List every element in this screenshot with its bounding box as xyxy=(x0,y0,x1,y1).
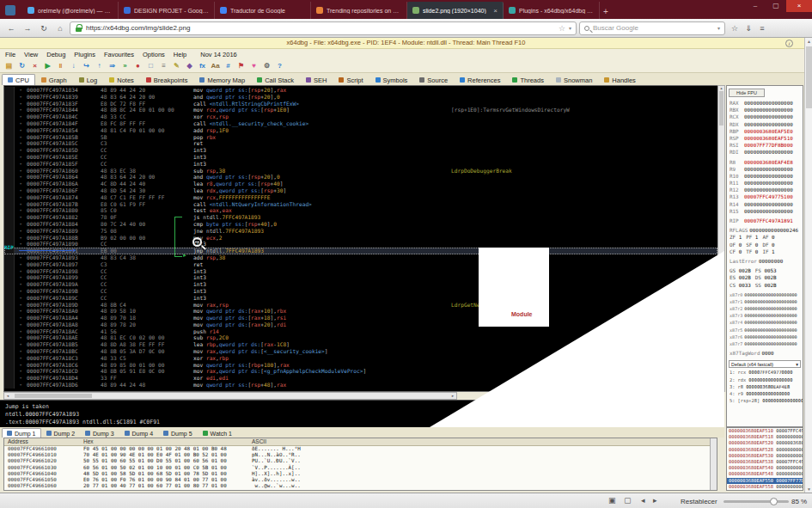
browser-tab[interactable]: Trending repositories on Gi... xyxy=(311,2,407,19)
breakpoint-gutter[interactable] xyxy=(4,154,15,161)
breakpoint-gutter[interactable] xyxy=(4,207,15,214)
disasm-row[interactable]: •00007FFC497A187448 C7 C1 FE FF FF FFmov… xyxy=(4,194,717,201)
search-dropdown-icon[interactable]: ▾ xyxy=(717,25,720,31)
breakpoint-gutter[interactable] xyxy=(4,315,15,321)
breakpoint-gutter[interactable] xyxy=(4,281,15,288)
disasm-row[interactable]: •00007FFC497A186A4C 8D 44 24 40lea r8,qw… xyxy=(4,181,717,187)
breakpoint-gutter[interactable] xyxy=(4,214,15,221)
register-row[interactable]: RSP0000003680EAF510 xyxy=(727,135,803,142)
scroll-left-icon[interactable]: ◄ xyxy=(6,394,9,398)
stack-row[interactable]: 0000003680EAF548 0000000000000000 xyxy=(727,471,803,477)
image-mode-icon[interactable]: ▣ xyxy=(608,497,616,505)
menu-icon[interactable]: ≡ xyxy=(755,24,769,33)
register-row[interactable]: R120000000000000000 xyxy=(727,187,803,193)
zoom-slider[interactable] xyxy=(723,500,789,503)
register-row[interactable]: CS 0033SS 002B xyxy=(727,282,803,289)
restart-icon[interactable]: ↻ xyxy=(16,60,27,71)
dump-row[interactable]: 00007FFC49661000F0 45 01 00 00 00 00 00 … xyxy=(4,446,717,452)
register-row[interactable]: CF 0TF 0IF 1 xyxy=(727,248,803,255)
dump-row[interactable]: 00007FFC4966106020 77 01 00 40 77 01 00 … xyxy=(4,483,717,489)
dump-row[interactable]: 00007FFC4966102050 55 01 00 60 55 01 00 … xyxy=(4,458,717,464)
register-row[interactable]: x87r500000000000000000000 xyxy=(727,327,803,334)
register-row[interactable]: x87r400000000000000000000 xyxy=(727,319,803,326)
disasm-row[interactable]: •00007FFC497A184448 8B 8C 24 E0 01 00 00… xyxy=(4,107,717,113)
animate-icon[interactable]: » xyxy=(119,60,131,71)
breakpoint-gutter[interactable] xyxy=(4,375,15,382)
breakpoint-gutter[interactable] xyxy=(4,147,15,154)
breakpoint-gutter[interactable] xyxy=(4,334,15,341)
breakpoint-gutter[interactable] xyxy=(4,382,15,389)
register-row[interactable]: RAX0000000000000000 xyxy=(727,100,803,107)
register-row[interactable]: RBX0000000000000000 xyxy=(727,107,803,113)
disasm-row[interactable]: •00007FFC497A188278 0Fjs ntdll.7FFC497A1… xyxy=(4,214,717,221)
breakpoint-gutter[interactable] xyxy=(4,181,15,187)
breakpoint-gutter[interactable] xyxy=(4,120,15,127)
open-file-icon[interactable]: ▤ xyxy=(3,60,15,71)
disasm-row[interactable]: •00007FFC497A188480 7C 24 40 00cmp byte … xyxy=(4,221,717,228)
prev-image-icon[interactable]: ◂ xyxy=(641,497,645,505)
browser-tab[interactable]: Plugins - x64dbg/x64dbg Wi... xyxy=(504,2,600,19)
disasm-row[interactable]: •00007FFC497A186448 83 64 24 20 00and qw… xyxy=(4,174,717,181)
fx-icon[interactable]: fx xyxy=(197,60,208,71)
breakpoint-gutter[interactable] xyxy=(4,235,15,242)
menu-item-options[interactable]: Options xyxy=(143,51,165,58)
dbg-tab-log[interactable]: Log xyxy=(73,74,104,85)
stack-row[interactable]: 0000003680EAF530 0000000000000000 xyxy=(727,453,803,459)
breakpoint-gutter[interactable] xyxy=(4,302,15,309)
next-image-icon[interactable]: ▸ xyxy=(653,497,657,505)
breakpoint-gutter[interactable] xyxy=(4,194,15,201)
stack-row[interactable]: 0000003680EAF520 0000003680EAF5E0 xyxy=(727,440,803,446)
pinned-tab-favicon[interactable] xyxy=(5,5,15,15)
register-row[interactable]: OF 0SF 0DF 0 xyxy=(727,242,803,248)
dbg-tab-cpu[interactable]: CPU xyxy=(2,74,35,85)
dump-tab-watch-1[interactable]: Watch 1 xyxy=(198,428,237,438)
disasm-row[interactable]: •00007FFC497A185B5Bpop rbx xyxy=(4,134,717,141)
minimize-button[interactable]: – xyxy=(745,0,766,12)
breakpoint-gutter[interactable] xyxy=(4,107,15,113)
disasm-row[interactable]: •00007FFC497A185FCCint3 xyxy=(4,161,717,168)
disasm-row[interactable]: •00007FFC497A1897C3ret xyxy=(4,261,717,268)
register-row[interactable]: R90000000000000000 xyxy=(727,166,803,173)
breakpoint-gutter[interactable] xyxy=(4,261,15,268)
stack-row[interactable]: 0000003680EAF510 00007FFC49893B60 xyxy=(727,428,803,434)
dump-tab-dump-2[interactable]: Dump 2 xyxy=(41,428,81,438)
calling-convention-select[interactable]: Default (x64 fastcall)▾ xyxy=(729,360,801,368)
close-button[interactable]: × xyxy=(786,0,812,12)
back-button[interactable]: ← xyxy=(4,21,18,35)
notes-icon[interactable]: ✎ xyxy=(171,60,182,71)
breakpoint-gutter[interactable] xyxy=(4,355,15,362)
disasm-row[interactable]: •00007FFC497A184FE8 FC 8F FF FFcall <ntd… xyxy=(4,120,717,127)
disasm-row[interactable]: •00007FFC497A188085 C0test eax,eax xyxy=(4,207,717,214)
register-row[interactable]: R150000000000000000 xyxy=(727,208,803,215)
settings-icon[interactable]: ⚙ xyxy=(261,60,272,71)
register-row[interactable]: 5: [rsp+28] 0000000000000000 xyxy=(727,397,803,404)
step-over-icon[interactable]: ↪ xyxy=(81,60,92,71)
bookmark-star-icon[interactable]: ☆ xyxy=(728,24,742,33)
disasm-row[interactable]: •00007FFC497A185CC3ret xyxy=(4,140,717,147)
dump-row[interactable]: 00007FFC49661050E0 76 01 00 F0 76 01 00 … xyxy=(4,477,717,483)
breakpoint-gutter[interactable] xyxy=(4,87,15,94)
run-to-user-icon[interactable]: ⇒ xyxy=(107,60,118,71)
breakpoint-gutter[interactable] xyxy=(4,187,15,194)
new-tab-button[interactable]: + xyxy=(603,7,608,16)
url-text[interactable]: https://x64dbg.com/img/slide2.png xyxy=(86,24,555,32)
disasm-row[interactable]: •00007FFC497A183948 83 64 24 20 00and qw… xyxy=(4,94,717,101)
scroll-right-icon[interactable]: ► xyxy=(451,394,455,398)
scroll-thumb[interactable] xyxy=(15,394,92,398)
menu-item-help[interactable]: Help xyxy=(174,51,186,58)
browser-tab[interactable]: orelmely (@orelmely) — Ste... xyxy=(22,2,119,19)
register-row[interactable]: RDX0000000000000000 xyxy=(727,121,803,128)
bookmark-star-icon[interactable]: ☆ xyxy=(559,24,565,33)
maximize-button[interactable]: ▢ xyxy=(766,0,786,12)
scroll-thumb[interactable] xyxy=(806,46,812,108)
breakpoint-gutter[interactable] xyxy=(4,328,15,335)
scroll-down-icon[interactable]: ▼ xyxy=(805,487,812,492)
scroll-thumb[interactable] xyxy=(719,91,723,125)
disasm-row[interactable]: •00007FFC497A188BB9 02 00 00 00mov ecx,2 xyxy=(4,235,717,242)
dump-row[interactable]: 00007FFC4966103060 56 01 00 50 02 01 00 … xyxy=(4,465,717,471)
dbg-tab-threads[interactable]: Threads xyxy=(506,74,550,85)
close-debuggee-icon[interactable]: × xyxy=(29,60,40,71)
disasm-row[interactable]: •00007FFC497A189CCCint3 xyxy=(4,295,717,302)
breakpoint-gutter[interactable] xyxy=(4,127,15,134)
refresh-button[interactable]: ↻ xyxy=(37,21,51,35)
